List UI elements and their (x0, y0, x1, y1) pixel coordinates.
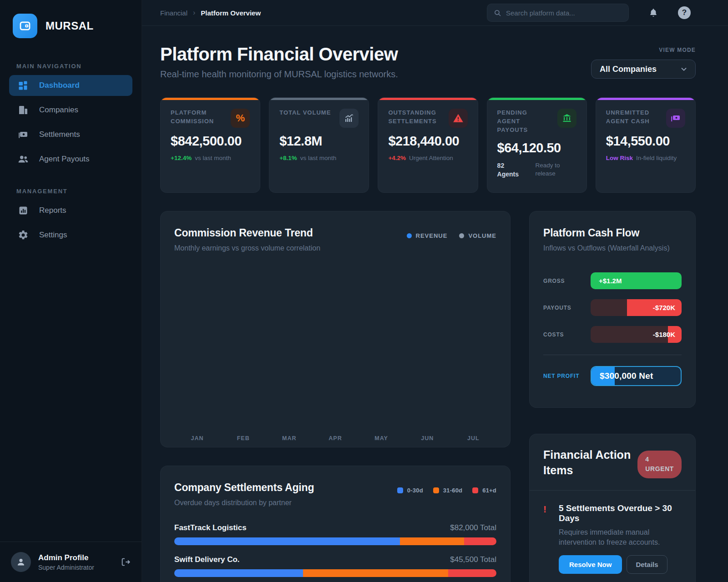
search-box[interactable] (487, 4, 629, 22)
company-name: FastTrack Logistics (174, 523, 247, 532)
bank-icon (557, 109, 576, 128)
nav-section-main: MAIN NAVIGATION (0, 63, 142, 70)
search-icon (494, 9, 501, 17)
waterfall-bar: -$720K (591, 299, 682, 316)
cashflow-row-costs: COSTS -$180K (543, 326, 682, 343)
sidebar-item-reports[interactable]: Reports (9, 200, 132, 221)
action-description: Requires immediate manual intervention t… (559, 527, 682, 548)
building-icon (17, 104, 29, 116)
people-icon (17, 153, 29, 165)
trend-legend: REVENUE VOLUME (407, 232, 496, 239)
row-label: COSTS (543, 331, 591, 338)
page-head: Platform Financial Overview Real-time he… (160, 44, 696, 80)
axis-label: APR (312, 435, 358, 442)
main-navigation: Dashboard Companies Settlements (0, 75, 142, 170)
view-mode-select[interactable]: All Companies (591, 60, 696, 79)
kpi-value: $64,120.50 (497, 140, 576, 156)
legend-item-volume[interactable]: VOLUME (459, 232, 496, 239)
axis-label: JUN (404, 435, 450, 442)
kpi-card-outstanding-settlements[interactable]: OUTSTANDING SETTLEMENTS $218,440.00 +4.2… (378, 97, 478, 193)
notifications-bell-icon[interactable] (648, 7, 658, 18)
search-input[interactable] (506, 9, 622, 17)
axis-label: FEB (220, 435, 266, 442)
panel-subtitle: Inflows vs Outflows (Waterfall Analysis) (543, 243, 682, 253)
net-profit-bar: $300,000 Net (591, 366, 682, 386)
company-total: $45,500 Total (450, 555, 496, 564)
sidebar-item-dashboard[interactable]: Dashboard (9, 75, 132, 96)
main-area: Financial › Platform Overview ? (142, 0, 728, 582)
topbar: Financial › Platform Overview ? (142, 0, 728, 26)
bar-value: -$180K (653, 326, 675, 343)
kpi-label: UNREMITTED AGENT CASH (606, 109, 660, 126)
logout-icon[interactable] (121, 557, 131, 567)
legend-dot (407, 233, 412, 238)
legend-item-0-30d[interactable]: 0-30d (397, 487, 423, 494)
resolve-now-button[interactable]: Resolve Now (559, 555, 622, 574)
legend-item-31-60d[interactable]: 31-60d (433, 487, 462, 494)
kpi-accent-bar (487, 98, 586, 100)
segment-0-30d (174, 569, 303, 577)
mursal-logo-icon (13, 14, 37, 38)
profile-name: Admin Profile (38, 553, 121, 562)
sidebar-item-label: Agent Payouts (39, 155, 90, 164)
urgent-count: 4 (645, 455, 674, 464)
breadcrumb-parent[interactable]: Financial (160, 9, 187, 17)
kpi-label: PLATFORM COMMISSION (171, 109, 224, 126)
legend-dot (459, 233, 464, 238)
chevron-right-icon: › (193, 9, 195, 17)
profile-section[interactable]: Admin Profile Super Administrator (0, 542, 142, 582)
panel-title: Financial Action Items (543, 447, 634, 478)
view-mode-label: VIEW MODE (591, 47, 696, 53)
kpi-delta: +8.1% (279, 155, 297, 161)
sidebar-item-agent-payouts[interactable]: Agent Payouts (9, 149, 132, 170)
aging-stacked-bar[interactable] (174, 537, 496, 545)
cashflow-row-payouts: PAYOUTS -$720K (543, 299, 682, 316)
kpi-stat: 82 Agents (497, 161, 524, 179)
kpi-card-total-volume[interactable]: TOTAL VOLUME $12.8M +8.1% (269, 97, 369, 193)
gear-icon (17, 229, 29, 241)
action-item-settlements-overdue: ! 5 Settlements Overdue > 30 Days Requir… (543, 503, 682, 574)
help-icon[interactable]: ? (678, 6, 691, 19)
kpi-note: Ready to release (536, 161, 567, 179)
kpi-card-platform-commission[interactable]: PLATFORM COMMISSION % $842,500.00 +12.4%… (160, 97, 260, 193)
kpi-row: PLATFORM COMMISSION % $842,500.00 +12.4%… (160, 97, 696, 193)
sidebar-item-settlements[interactable]: Settlements (9, 124, 132, 145)
aging-stacked-bar[interactable] (174, 569, 496, 577)
profile-role: Super Administrator (38, 564, 121, 571)
action-title: 5 Settlements Overdue > 30 Days (559, 503, 682, 523)
details-button[interactable]: Details (627, 555, 667, 574)
legend-item-61d[interactable]: 61+d (472, 487, 496, 494)
kpi-value: $842,500.00 (171, 134, 250, 149)
company-name: Swift Delivery Co. (174, 555, 240, 564)
cashflow-row-net-profit: NET PROFIT $300,000 Net (543, 366, 682, 386)
avatar (11, 552, 31, 572)
kpi-delta: +12.4% (171, 155, 192, 161)
chevron-down-icon (680, 65, 688, 73)
panel-subtitle: Monthly earnings vs gross volume correla… (174, 243, 496, 253)
sidebar-item-companies[interactable]: Companies (9, 100, 132, 120)
page-subtitle: Real-time health monitoring of MURSAL lo… (160, 69, 398, 80)
urgent-label: URGENT (645, 464, 674, 474)
alert-exclamation-icon: ! (543, 503, 559, 574)
urgent-badge: 4 URGENT (637, 451, 682, 478)
company-total: $82,000 Total (450, 523, 496, 532)
kpi-label: OUTSTANDING SETTLEMENTS (388, 109, 442, 126)
kpi-card-pending-agent-payouts[interactable]: PENDING AGENT PAYOUTS $64,120.50 82 Agen… (487, 97, 587, 193)
banknote-icon (17, 129, 29, 140)
dashboard-grid-icon (17, 80, 29, 91)
bar-value: +$1.2M (599, 272, 622, 289)
sidebar-item-settings[interactable]: Settings (9, 225, 132, 246)
cash-icon (666, 109, 685, 128)
content: Platform Financial Overview Real-time he… (142, 26, 728, 582)
row-label: NET PROFIT (543, 373, 591, 379)
kpi-accent-bar (378, 98, 477, 100)
kpi-value: $218,440.00 (388, 134, 467, 149)
segment-31-60d (303, 569, 448, 577)
panel-subtitle: Overdue days distribution by partner (174, 497, 496, 508)
kpi-card-unremitted-agent-cash[interactable]: UNREMITTED AGENT CASH $14,550.00 Low Ris… (596, 97, 696, 193)
warning-triangle-icon (449, 109, 468, 128)
management-navigation: Reports Settings (0, 200, 142, 246)
row-label: GROSS (543, 278, 591, 284)
cashflow-row-gross: GROSS +$1.2M (543, 272, 682, 289)
legend-item-revenue[interactable]: REVENUE (407, 232, 448, 239)
